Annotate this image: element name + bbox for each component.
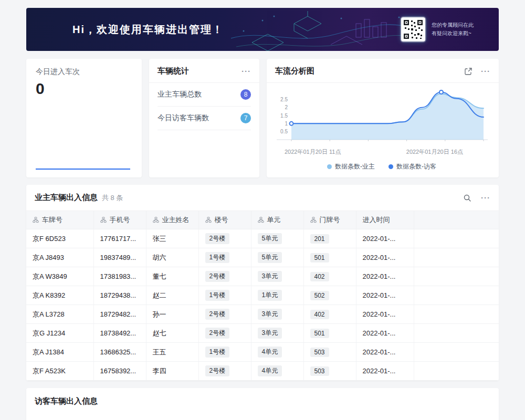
tag: 1号楼	[205, 290, 230, 301]
tag: 2号楼	[205, 365, 230, 376]
vehicle-stats-header: 车辆统计 ···	[149, 59, 259, 83]
tag: 2号楼	[205, 309, 230, 320]
tag: 5单元	[258, 252, 282, 263]
cell-empty	[414, 286, 499, 305]
search-icon[interactable]	[463, 194, 471, 202]
column-header[interactable]: 车牌号	[26, 211, 93, 229]
cell-door: 402	[303, 267, 356, 286]
owner-table-title: 业主车辆出入信息	[35, 193, 98, 203]
cell-phone: 17761717...	[93, 229, 146, 248]
cell-door: 501	[303, 248, 356, 267]
cell-time: 2022-01-...	[356, 305, 414, 324]
column-header-label: 业主姓名	[162, 215, 190, 225]
cell-building: 2号楼	[198, 229, 251, 248]
cell-building: 2号楼	[198, 324, 251, 343]
cell-unit: 4单元	[251, 343, 303, 362]
open-external-icon[interactable]	[464, 67, 472, 76]
cell-plate: 京A J1384	[26, 343, 93, 362]
column-header[interactable]: 业主姓名	[146, 211, 198, 229]
column-header[interactable]: 进入时间	[356, 211, 414, 229]
cell-phone: 17381983...	[93, 267, 146, 286]
owner-table-header-row: 车牌号手机号业主姓名楼号单元门牌号进入时间	[26, 211, 499, 229]
stat-item: 今日访客车辆数7	[158, 107, 251, 130]
column-header[interactable]: 手机号	[93, 211, 146, 229]
banner-greeting: Hi，欢迎使用车辆进出管理！	[72, 23, 224, 37]
cell-building: 1号楼	[198, 286, 251, 305]
cell-phone: 13686325...	[93, 343, 146, 362]
cell-unit: 4单元	[251, 362, 303, 381]
column-header[interactable]: 门牌号	[303, 211, 356, 229]
field-type-icon	[310, 217, 317, 223]
svg-text:2: 2	[285, 104, 288, 110]
vehicle-stats-list: 业主车辆总数8今日访客车辆数7	[149, 83, 259, 130]
visitor-card-title: 访客车辆出入信息	[35, 396, 490, 406]
cell-plate: 京F 6D523	[26, 229, 93, 248]
cell-name: 张三	[146, 229, 198, 248]
cell-name: 李四	[146, 362, 198, 381]
cell-time: 2022-01-...	[356, 362, 414, 381]
cell-unit: 1单元	[251, 286, 303, 305]
column-header[interactable]: 单元	[251, 211, 303, 229]
more-menu-icon[interactable]: ···	[481, 194, 490, 202]
column-header	[414, 211, 499, 229]
column-header-label: 车牌号	[42, 215, 62, 225]
tag: 402	[310, 272, 329, 281]
cell-empty	[414, 248, 499, 267]
today-entries-title: 今日进入车次	[36, 67, 132, 77]
svg-text:2.5: 2.5	[280, 97, 288, 102]
owner-table-header: 业主车辆出入信息 共 8 条 ···	[26, 185, 499, 211]
cell-empty	[414, 324, 499, 343]
visitor-vehicles-card: 访客车辆出入信息 截图	[26, 388, 499, 420]
cell-unit: 3单元	[251, 305, 303, 324]
x-label-start: 2022年01月20日 11点	[285, 148, 341, 156]
table-row: 京A J849319837489...胡六1号楼5单元5012022-01-..…	[26, 248, 499, 267]
cell-phone: 18738492...	[93, 324, 146, 343]
banner-illustration	[231, 8, 420, 51]
cell-phone: 19837489...	[93, 248, 146, 267]
more-menu-icon[interactable]: ···	[481, 67, 490, 75]
legend-item[interactable]: 数据条数-业主	[327, 162, 375, 171]
table-row: 京A K839218729438...赵二1号楼1单元5022022-01-..…	[26, 286, 499, 305]
cell-unit: 3单元	[251, 267, 303, 286]
cell-building: 1号楼	[198, 248, 251, 267]
cell-building: 2号楼	[198, 267, 251, 286]
table-row: 京G J123418738492...赵七2号楼3单元5012022-01-..…	[26, 324, 499, 343]
cell-name: 赵七	[146, 324, 198, 343]
legend-label: 数据条数-业主	[335, 162, 375, 171]
tag: 3单元	[258, 328, 282, 339]
cell-time: 2022-01-...	[356, 267, 414, 286]
cell-phone: 18729482...	[93, 305, 146, 324]
tag: 402	[310, 310, 329, 319]
cell-name: 董七	[146, 267, 198, 286]
cell-name: 赵二	[146, 286, 198, 305]
svg-text:1.5: 1.5	[280, 113, 288, 119]
cell-time: 2022-01-...	[356, 343, 414, 362]
table-row: 京A J138413686325...王五1号楼4单元5032022-01-..…	[26, 343, 499, 362]
cell-building: 1号楼	[198, 343, 251, 362]
table-row: 京A W384917381983...董七2号楼3单元4022022-01-..…	[26, 267, 499, 286]
column-header-label: 进入时间	[363, 215, 390, 225]
more-menu-icon[interactable]: ···	[242, 67, 251, 75]
column-header-label: 单元	[267, 215, 281, 225]
cell-plate: 京A L3728	[26, 305, 93, 324]
legend-item[interactable]: 数据条数-访客	[388, 162, 436, 171]
tag: 501	[310, 253, 329, 262]
cell-door: 503	[303, 343, 356, 362]
tag: 2号楼	[205, 233, 230, 244]
traffic-chart-body: 0.511.522.5 2022年01月20日 11点 2022年01月20日 …	[267, 83, 499, 171]
tag: 503	[310, 348, 329, 357]
tag: 2号楼	[205, 328, 230, 339]
cell-door: 402	[303, 305, 356, 324]
qr-caption-line2: 有疑问欢迎来戳~	[432, 29, 474, 38]
traffic-chart-header: 车流分析图 ···	[267, 59, 499, 83]
legend-dot	[388, 164, 393, 169]
column-header[interactable]: 楼号	[198, 211, 251, 229]
field-type-icon	[153, 217, 159, 223]
field-type-icon	[33, 217, 39, 223]
cell-plate: 京A J8493	[26, 248, 93, 267]
cell-empty	[414, 229, 499, 248]
vehicle-stats-title: 车辆统计	[158, 66, 189, 76]
traffic-chart-title: 车流分析图	[275, 66, 314, 76]
field-type-icon	[205, 217, 212, 223]
cell-name: 胡六	[146, 248, 198, 267]
